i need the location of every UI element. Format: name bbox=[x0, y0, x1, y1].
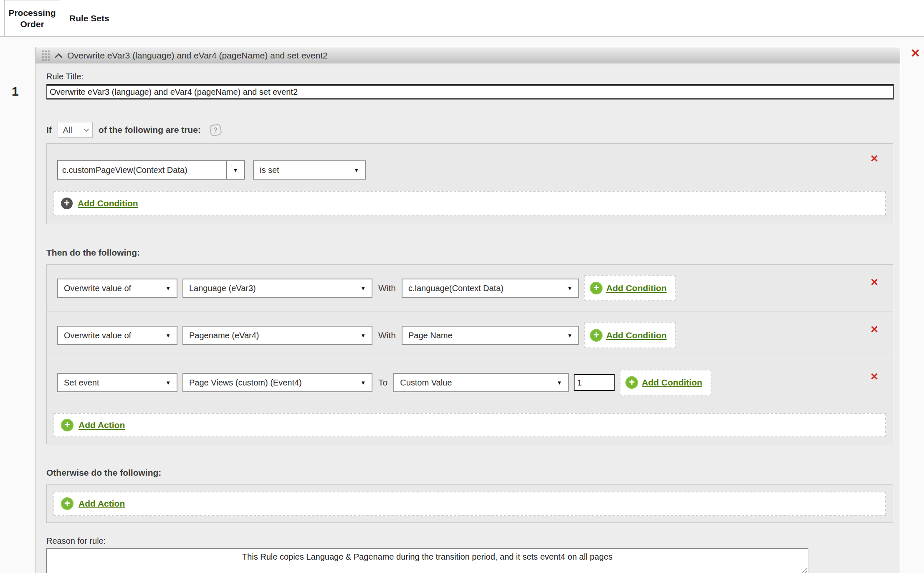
dropdown-arrow-icon: ▼ bbox=[354, 167, 359, 173]
action-target-value: Page Views (custom) (Event4) bbox=[189, 378, 302, 388]
remove-action-button[interactable]: ✕ bbox=[870, 325, 878, 335]
actions-box: Overwrite value of ▼ Language (eVar3) ▼ … bbox=[46, 264, 893, 444]
add-condition-link[interactable]: Add Condition bbox=[606, 283, 667, 293]
add-condition-button[interactable]: + Add Condition bbox=[584, 275, 676, 301]
dropdown-arrow-icon: ▼ bbox=[567, 285, 572, 292]
add-action-link[interactable]: Add Action bbox=[78, 420, 125, 430]
rule-header-title: Overwrite eVar3 (language) and eVar4 (pa… bbox=[67, 51, 328, 61]
rule-header[interactable]: Overwrite eVar3 (language) and eVar4 (pa… bbox=[35, 47, 900, 64]
add-icon: + bbox=[61, 497, 73, 510]
tab-bar: Processing Order Rule Sets bbox=[0, 0, 924, 37]
add-otherwise-action-link[interactable]: Add Action bbox=[78, 499, 125, 509]
add-icon: + bbox=[590, 282, 602, 294]
dropdown-arrow-icon: ▼ bbox=[360, 285, 366, 292]
otherwise-box: + Add Action bbox=[46, 484, 893, 523]
add-icon: + bbox=[61, 419, 73, 431]
reason-textarea[interactable]: This Rule copies Language & Pagename dur… bbox=[46, 548, 808, 573]
action-source-value: Page Name bbox=[408, 331, 453, 340]
condition-match-line: If All of the following are true: ? bbox=[46, 122, 893, 138]
match-type-value: All bbox=[63, 125, 72, 135]
if-label: If bbox=[46, 125, 52, 135]
dropdown-arrow-icon: ▼ bbox=[233, 167, 238, 173]
action-row: Overwrite value of ▼ Pagename (eVar4) ▼ … bbox=[47, 312, 893, 359]
tab-rule-sets[interactable]: Rule Sets bbox=[60, 0, 119, 36]
action-source-value: c.language(Context Data) bbox=[408, 284, 504, 293]
help-icon[interactable]: ? bbox=[209, 124, 222, 136]
collapse-chevron-icon[interactable] bbox=[55, 53, 62, 61]
remove-action-button[interactable]: ✕ bbox=[870, 372, 878, 382]
add-condition-link[interactable]: Add Condition bbox=[78, 198, 138, 208]
condition-operator-value: is set bbox=[260, 165, 279, 175]
action-connector-label: With bbox=[377, 283, 397, 293]
add-icon: + bbox=[625, 376, 638, 389]
tab-processing-order[interactable]: Processing Order bbox=[4, 0, 60, 36]
action-connector-label: To bbox=[377, 378, 388, 388]
rule-title-label: Rule Title: bbox=[46, 72, 893, 81]
custom-value-input[interactable] bbox=[574, 374, 615, 391]
rule-body: Rule Title: If All of the following are … bbox=[35, 64, 900, 573]
dropdown-arrow-icon: ▼ bbox=[165, 332, 171, 339]
add-condition-link[interactable]: Add Condition bbox=[606, 330, 667, 340]
add-icon: + bbox=[590, 329, 602, 342]
add-otherwise-action-row[interactable]: + Add Action bbox=[53, 492, 886, 516]
action-source-select[interactable]: Custom Value ▼ bbox=[393, 373, 569, 392]
add-condition-link[interactable]: Add Condition bbox=[642, 378, 702, 388]
delete-rule-button[interactable]: ✕ bbox=[911, 48, 920, 59]
action-target-value: Pagename (eVar4) bbox=[189, 331, 259, 340]
action-verb-value: Overwrite value of bbox=[64, 284, 131, 293]
dropdown-arrow-icon: ▼ bbox=[557, 380, 562, 386]
conditions-box: ▼ is set ▼ ✕ + Add Condition bbox=[46, 143, 893, 224]
action-connector-label: With bbox=[377, 330, 397, 340]
action-verb-select[interactable]: Overwrite value of ▼ bbox=[57, 279, 177, 298]
action-source-select[interactable]: Page Name ▼ bbox=[402, 326, 579, 345]
add-action-section: + Add Action bbox=[47, 406, 893, 444]
match-type-select[interactable]: All bbox=[58, 122, 93, 138]
dropdown-arrow-icon: ▼ bbox=[165, 285, 171, 292]
add-condition-button[interactable]: + Add Condition bbox=[584, 322, 676, 348]
add-condition-row[interactable]: + Add Condition bbox=[53, 191, 886, 216]
dropdown-arrow-icon: ▼ bbox=[567, 332, 572, 339]
rule-title-input[interactable] bbox=[46, 84, 894, 99]
drag-handle-icon[interactable] bbox=[42, 50, 50, 61]
action-verb-value: Overwrite value of bbox=[64, 331, 131, 340]
add-action-row[interactable]: + Add Action bbox=[53, 413, 886, 437]
action-verb-value: Set event bbox=[64, 378, 99, 388]
processing-rules-panel: 1 ✕ Overwrite eVar3 (language) and eVar4… bbox=[0, 37, 924, 573]
condition-variable-input[interactable] bbox=[57, 160, 226, 180]
action-target-select[interactable]: Pagename (eVar4) ▼ bbox=[182, 326, 372, 345]
rule-number: 1 bbox=[12, 84, 19, 99]
remove-condition-button[interactable]: ✕ bbox=[870, 154, 878, 164]
reason-field-wrap: This Rule copies Language & Pagename dur… bbox=[46, 548, 808, 573]
condition-operator-select[interactable]: is set ▼ bbox=[253, 160, 366, 180]
if-rest-label: of the following are true: bbox=[99, 125, 201, 135]
add-icon: + bbox=[61, 198, 73, 209]
action-source-value: Custom Value bbox=[400, 378, 452, 388]
action-verb-select[interactable]: Overwrite value of ▼ bbox=[57, 326, 177, 345]
dropdown-arrow-icon: ▼ bbox=[165, 380, 171, 386]
reason-label: Reason for rule: bbox=[46, 536, 893, 546]
otherwise-heading: Otherwise do the following: bbox=[46, 468, 893, 478]
action-source-select[interactable]: c.language(Context Data) ▼ bbox=[402, 279, 579, 298]
action-target-select[interactable]: Language (eVar3) ▼ bbox=[182, 279, 372, 298]
action-row: Overwrite value of ▼ Language (eVar3) ▼ … bbox=[47, 265, 893, 312]
condition-row: ▼ is set ▼ ✕ bbox=[47, 144, 893, 191]
chevron-down-icon bbox=[84, 127, 89, 132]
action-verb-select[interactable]: Set event ▼ bbox=[57, 373, 177, 392]
action-target-value: Language (eVar3) bbox=[189, 284, 256, 293]
action-target-select[interactable]: Page Views (custom) (Event4) ▼ bbox=[182, 373, 372, 392]
dropdown-arrow-icon: ▼ bbox=[360, 380, 366, 386]
dropdown-arrow-icon: ▼ bbox=[360, 332, 366, 339]
add-condition-button[interactable]: + Add Condition bbox=[620, 370, 711, 396]
remove-action-button[interactable]: ✕ bbox=[870, 277, 878, 287]
condition-variable-dropdown-button[interactable]: ▼ bbox=[226, 160, 245, 180]
rule-card: ✕ Overwrite eVar3 (language) and eVar4 (… bbox=[35, 47, 900, 573]
condition-variable-combo: ▼ bbox=[57, 160, 245, 180]
action-row: Set event ▼ Page Views (custom) (Event4)… bbox=[47, 359, 893, 406]
then-heading: Then do the following: bbox=[46, 248, 893, 258]
